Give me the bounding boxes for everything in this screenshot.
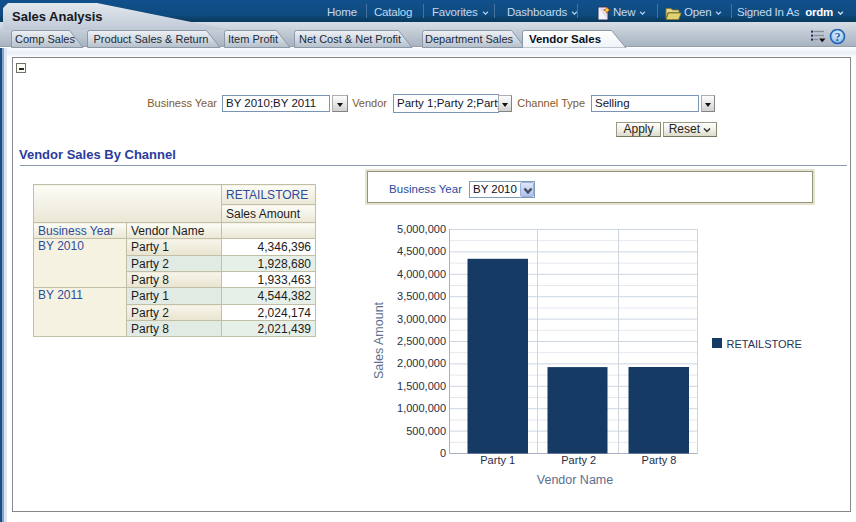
svg-text:4,000,000: 4,000,000 <box>397 268 446 280</box>
svg-text:RETAILSTORE: RETAILSTORE <box>727 338 802 350</box>
svg-text:5,000,000: 5,000,000 <box>397 223 446 235</box>
svg-text:Party 8: Party 8 <box>642 454 677 466</box>
svg-text:Vendor Sales: Vendor Sales <box>529 33 601 45</box>
svg-text:3,000,000: 3,000,000 <box>397 313 446 325</box>
svg-text:2,000,000: 2,000,000 <box>397 357 446 369</box>
svg-text:?: ? <box>835 31 841 43</box>
svg-text:Comp Sales: Comp Sales <box>15 33 75 45</box>
svg-text:Product Sales & Return: Product Sales & Return <box>94 33 209 45</box>
svg-text:4,500,000: 4,500,000 <box>397 245 446 257</box>
svg-text:Sales Amount: Sales Amount <box>372 301 386 379</box>
svg-text:1,000,000: 1,000,000 <box>397 402 446 414</box>
svg-text:0: 0 <box>440 447 446 459</box>
svg-text:Vendor Name: Vendor Name <box>537 473 613 487</box>
svg-text:Net Cost & Net Profit: Net Cost & Net Profit <box>299 33 401 45</box>
svg-text:2,500,000: 2,500,000 <box>397 335 446 347</box>
svg-text:1,500,000: 1,500,000 <box>397 380 446 392</box>
svg-text:Department Sales: Department Sales <box>425 33 514 45</box>
svg-text:3,500,000: 3,500,000 <box>397 290 446 302</box>
svg-text:Item Profit: Item Profit <box>228 33 278 45</box>
svg-text:500,000: 500,000 <box>406 425 446 437</box>
svg-text:Party 1: Party 1 <box>480 454 515 466</box>
svg-text:Party 2: Party 2 <box>561 454 596 466</box>
